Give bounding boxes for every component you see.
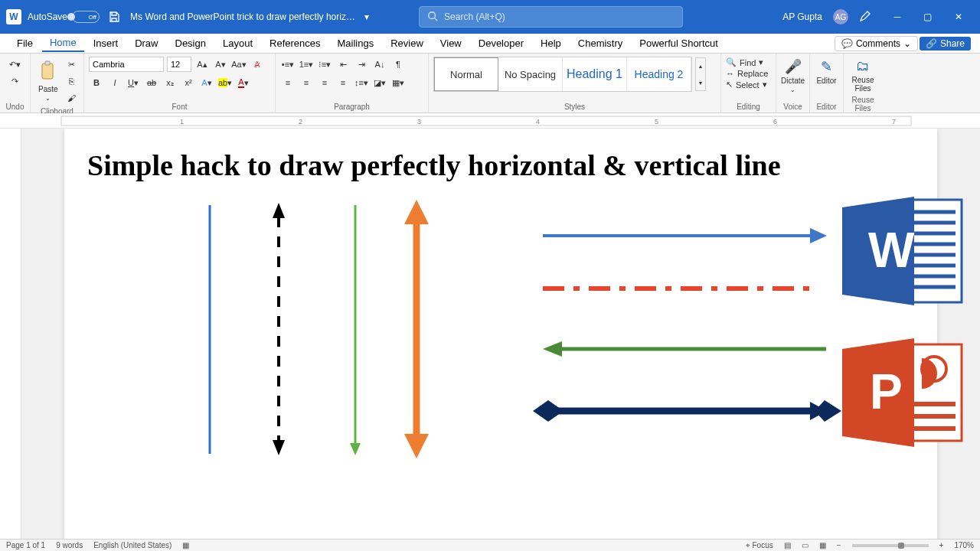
word-count[interactable]: 9 words xyxy=(56,541,83,549)
align-right-button[interactable]: ≡ xyxy=(317,75,332,90)
save-icon[interactable] xyxy=(107,10,121,24)
italic-button[interactable]: I xyxy=(107,75,122,90)
numbering-button[interactable]: 1≡▾ xyxy=(299,57,314,72)
styles-group-label: Styles xyxy=(433,101,716,111)
zoom-slider[interactable] xyxy=(852,544,929,547)
close-button[interactable]: ✕ xyxy=(943,6,974,28)
vertical-thick-double-arrow-orange[interactable] xyxy=(404,200,429,458)
cut-button[interactable]: ✂ xyxy=(64,57,80,72)
horizontal-ruler[interactable]: 1234567 xyxy=(0,113,980,129)
comments-button[interactable]: 💬 Comments ⌄ xyxy=(835,36,918,51)
styles-more-button[interactable]: ▴▾ xyxy=(695,57,706,91)
tab-draw[interactable]: Draw xyxy=(127,35,165,51)
paste-button[interactable]: Paste ⌄ xyxy=(35,59,61,103)
tab-developer[interactable]: Developer xyxy=(471,35,531,51)
title-bar: W AutoSave Off Ms Word and PowerPoint tr… xyxy=(0,0,980,34)
zoom-in-button[interactable]: + xyxy=(939,541,944,549)
reuse-files-button[interactable]: 🗂 Reuse Files xyxy=(848,57,877,94)
macro-icon[interactable]: ▦ xyxy=(182,541,189,549)
align-center-button[interactable]: ≡ xyxy=(299,75,314,90)
text-effects-button[interactable]: A▾ xyxy=(199,75,214,90)
page-scroll-area[interactable]: Simple hack to draw perfectly horizontal… xyxy=(21,129,980,539)
pen-icon[interactable] xyxy=(859,10,871,24)
focus-mode-button[interactable]: ⌖ Focus xyxy=(746,541,773,550)
horizontal-diamond-line-navy[interactable] xyxy=(533,400,841,422)
minimize-button[interactable]: ─ xyxy=(882,6,913,28)
language-status[interactable]: English (United States) xyxy=(93,541,172,549)
tab-design[interactable]: Design xyxy=(168,35,214,51)
tab-chemistry[interactable]: Chemistry xyxy=(570,35,631,51)
page-status[interactable]: Page 1 of 1 xyxy=(6,541,45,549)
styles-gallery[interactable]: Normal No Spacing Heading 1 Heading 2 xyxy=(433,57,692,92)
highlight-button[interactable]: ab▾ xyxy=(217,75,233,90)
clear-formatting-button[interactable]: A̷ xyxy=(250,57,265,72)
vertical-dashed-double-arrow[interactable] xyxy=(273,203,285,455)
redo-button[interactable]: ↷ xyxy=(8,73,23,89)
tab-references[interactable]: References xyxy=(262,35,328,51)
replace-button[interactable]: ↔Replace xyxy=(726,68,771,79)
increase-indent-button[interactable]: ⇥ xyxy=(354,57,369,72)
line-spacing-button[interactable]: ↕≡▾ xyxy=(354,75,369,90)
tab-mailings[interactable]: Mailings xyxy=(330,35,382,51)
editor-button[interactable]: ✎ Editor xyxy=(815,57,838,86)
strikethrough-button[interactable]: ab xyxy=(144,75,159,90)
style-heading-1[interactable]: Heading 1 xyxy=(563,57,627,91)
style-normal[interactable]: Normal xyxy=(434,57,498,91)
zoom-level[interactable]: 170% xyxy=(954,541,974,549)
change-case-button[interactable]: Aa▾ xyxy=(231,57,247,72)
vertical-ruler[interactable] xyxy=(0,129,21,539)
format-painter-button[interactable]: 🖌 xyxy=(64,90,80,106)
share-button[interactable]: 🔗 Share xyxy=(920,37,971,51)
show-marks-button[interactable]: ¶ xyxy=(390,57,406,72)
tab-help[interactable]: Help xyxy=(533,35,569,51)
font-color-button[interactable]: A▾ xyxy=(236,75,251,90)
justify-button[interactable]: ≡ xyxy=(335,75,351,90)
decrease-indent-button[interactable]: ⇤ xyxy=(335,57,351,72)
title-dropdown-icon[interactable]: ▾ xyxy=(364,11,369,22)
horizontal-arrow-blue[interactable] xyxy=(543,228,827,243)
vertical-arrow-green[interactable] xyxy=(350,205,361,455)
subscript-button[interactable]: x₂ xyxy=(162,75,178,90)
undo-button[interactable]: ↶▾ xyxy=(8,57,23,72)
maximize-button[interactable]: ▢ xyxy=(913,6,943,28)
underline-button[interactable]: U▾ xyxy=(126,75,141,90)
zoom-out-button[interactable]: − xyxy=(837,541,841,549)
user-name-label[interactable]: AP Gupta xyxy=(782,11,822,22)
tab-layout[interactable]: Layout xyxy=(215,35,260,51)
tab-view[interactable]: View xyxy=(433,35,469,51)
tab-file[interactable]: File xyxy=(9,35,41,51)
sort-button[interactable]: A↓ xyxy=(372,57,387,72)
increase-font-button[interactable]: A▴ xyxy=(194,57,210,72)
user-avatar[interactable]: AG xyxy=(833,9,848,24)
decrease-font-button[interactable]: A▾ xyxy=(213,57,228,72)
web-layout-button[interactable]: ▦ xyxy=(819,541,826,549)
superscript-button[interactable]: x² xyxy=(181,75,196,90)
tab-powerful-shortcut[interactable]: Powerful Shortcut xyxy=(632,35,726,51)
tab-insert[interactable]: Insert xyxy=(86,35,126,51)
style-no-spacing[interactable]: No Spacing xyxy=(498,57,563,91)
copy-button[interactable]: ⎘ xyxy=(64,73,80,89)
print-layout-button[interactable]: ▭ xyxy=(802,541,808,549)
select-button[interactable]: ↖Select ▾ xyxy=(726,79,771,90)
shading-button[interactable]: ◪▾ xyxy=(372,75,387,90)
dictate-button[interactable]: 🎤 Dictate ⌄ xyxy=(781,57,805,95)
search-input[interactable]: Search (Alt+Q) xyxy=(419,6,683,28)
document-title[interactable]: Ms Word and PowerPoint trick to draw per… xyxy=(130,11,360,22)
svg-marker-13 xyxy=(273,203,285,218)
autosave-switch[interactable]: Off xyxy=(72,11,100,23)
font-size-input[interactable] xyxy=(167,57,191,72)
svg-text:P: P xyxy=(870,364,903,419)
style-heading-2[interactable]: Heading 2 xyxy=(627,57,691,91)
read-mode-button[interactable]: ▤ xyxy=(784,541,791,549)
bold-button[interactable]: B xyxy=(89,75,104,90)
tab-home[interactable]: Home xyxy=(42,34,84,52)
tab-review[interactable]: Review xyxy=(383,35,431,51)
autosave-toggle[interactable]: AutoSave Off xyxy=(28,11,100,23)
bullets-button[interactable]: •≡▾ xyxy=(280,57,296,72)
font-name-input[interactable] xyxy=(89,57,164,72)
borders-button[interactable]: ▦▾ xyxy=(390,75,406,90)
multilevel-list-button[interactable]: ⁝≡▾ xyxy=(317,57,332,72)
horizontal-arrow-green-left[interactable] xyxy=(543,341,826,357)
align-left-button[interactable]: ≡ xyxy=(280,75,296,90)
find-button[interactable]: 🔍Find ▾ xyxy=(726,57,771,68)
